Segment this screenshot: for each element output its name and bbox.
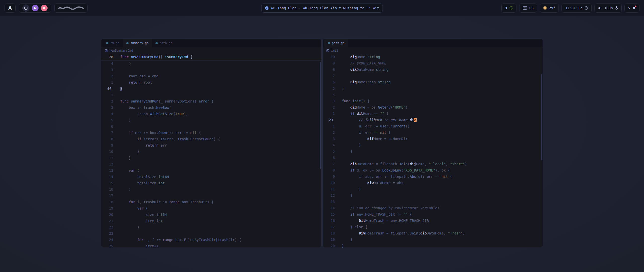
- code-line[interactable]: 17 } else {: [323, 224, 543, 230]
- code-area[interactable]: 10 digHome string9 // $XDG_DATA_HOME8 di…: [323, 54, 543, 248]
- code-line[interactable]: 16 ): [101, 186, 321, 193]
- code-line[interactable]: 10 }: [101, 149, 321, 155]
- code-line[interactable]: 18 for i, trashDir := range box.TrashDir…: [101, 199, 321, 205]
- line-number: 13: [323, 199, 342, 205]
- code-line[interactable]: 16 DitHomeTrash = env.HOME_TRASH_DIR: [323, 218, 543, 224]
- launcher-button[interactable]: A: [5, 4, 16, 13]
- code-line[interactable]: 8 if d, ok := os.LookupEnv("XDG_DATA_HOM…: [323, 167, 543, 174]
- notifications-widget[interactable]: 5: [624, 4, 639, 13]
- code-line[interactable]: 15 totalItem int: [101, 180, 321, 186]
- code-line[interactable]: 11 }: [101, 155, 321, 161]
- code-text: }: [342, 186, 361, 192]
- active-window-title[interactable]: [54, 4, 88, 13]
- code-line[interactable]: 2 root.cmd = cmd: [101, 73, 321, 79]
- code-line[interactable]: 6: [323, 155, 543, 161]
- clock-widget[interactable]: 12:31:12: [561, 4, 591, 13]
- code-text: func init() {: [342, 98, 370, 104]
- n-letter-icon: N: [34, 6, 37, 10]
- code-line[interactable]: 3: [101, 67, 321, 73]
- code-line[interactable]: 7 if err := box.Open(); err != nil {: [101, 130, 321, 136]
- code-line[interactable]: 3func init() {: [323, 98, 543, 104]
- code-line[interactable]: 14 // Can be changed by environment vari…: [323, 205, 543, 211]
- code-line[interactable]: 23 // fallback to get home dia: [323, 117, 543, 123]
- code-line[interactable]: 20 size int64: [101, 212, 321, 218]
- code-line[interactable]: 3 box := trash.NewBox(: [101, 105, 321, 111]
- code-line[interactable]: 24 for _, f := range box.FilesByTrashDir…: [101, 237, 321, 243]
- tab-summary.go[interactable]: summary.go: [123, 39, 152, 47]
- code-line[interactable]: 4 }: [323, 142, 543, 148]
- code-line[interactable]: 10 diwDataHome = abs: [323, 180, 543, 186]
- line-number: 2: [323, 129, 342, 136]
- code-line[interactable]: 2 if err == nil {: [323, 129, 543, 136]
- code-line[interactable]: 8 if !errors.Is(err, trash.ErrNotFound) …: [101, 136, 321, 142]
- code-line[interactable]: 5 ): [101, 117, 321, 123]
- tab-path.go[interactable]: path.go: [324, 39, 348, 47]
- line-number: 9: [323, 174, 342, 180]
- code-line[interactable]: 8 dikDataHome string: [323, 66, 543, 73]
- tab-label: path.go: [332, 41, 345, 45]
- code-line[interactable]: 1: [101, 92, 321, 98]
- updates-widget[interactable]: 9: [501, 4, 516, 13]
- code-line[interactable]: 11 }: [323, 186, 543, 192]
- code-line[interactable]: 1 if dilHome == "" {: [323, 111, 543, 117]
- code-line[interactable]: 13: [323, 199, 543, 205]
- code-line[interactable]: 46}: [101, 86, 321, 92]
- workspace-icon-ring[interactable]: [22, 5, 29, 12]
- code-line[interactable]: 9 return err: [101, 142, 321, 149]
- code-line[interactable]: 5 }: [323, 148, 543, 155]
- code-line[interactable]: 9 if abs, err := filepath.Abs(d); err ==…: [323, 174, 543, 180]
- code-line[interactable]: 15 if env.HOME_TRASH_DIR != "" {: [323, 211, 543, 218]
- line-number: 6: [323, 79, 342, 85]
- code-line[interactable]: 10 digHome string: [323, 54, 543, 60]
- code-line[interactable]: 22 ): [101, 224, 321, 230]
- code-line[interactable]: 18 DiyHomeTrash = filepath.Join(dioDataH…: [323, 230, 543, 236]
- volume-widget[interactable]: 100%: [594, 4, 622, 13]
- code-line[interactable]: 23: [101, 230, 321, 237]
- code-line[interactable]: 5): [323, 85, 543, 92]
- ring-icon: [24, 6, 28, 10]
- scrollbar[interactable]: [541, 74, 542, 160]
- code-line[interactable]: 25 item++: [101, 243, 321, 248]
- keyboard-layout-widget[interactable]: US: [519, 4, 537, 13]
- tab-path.go[interactable]: path.go: [152, 39, 176, 47]
- code-text: var (: [120, 205, 148, 212]
- code-line[interactable]: 26func newSummaryCmd() *summaryCmd {: [101, 54, 321, 60]
- code-line[interactable]: 21 item int: [101, 218, 321, 224]
- scrollbar[interactable]: [320, 62, 321, 169]
- code-line[interactable]: 12: [101, 161, 321, 167]
- code-line[interactable]: 3 difHome = u.HomeDir: [323, 136, 543, 142]
- workspace-icon-pink[interactable]: [41, 5, 48, 11]
- code-line[interactable]: 2func summaryCmdRun(_ summaryOptions) er…: [101, 98, 321, 105]
- breadcrumb-label: init: [331, 49, 338, 52]
- code-line[interactable]: 2 didHome = os.Getenv("HOME"): [323, 104, 543, 111]
- line-number: 11: [101, 155, 120, 161]
- code-line[interactable]: 7: [323, 73, 543, 79]
- code-text: return err: [120, 142, 167, 149]
- code-line[interactable]: 1 return root: [101, 79, 321, 86]
- code-text: u, err := user.Current(): [342, 123, 410, 129]
- workspace-icon-n[interactable]: N: [32, 5, 38, 11]
- code-line[interactable]: 19 }: [323, 236, 543, 243]
- code-line[interactable]: 6 DigHomeTrash string: [323, 79, 543, 85]
- code-line[interactable]: 12 }: [323, 192, 543, 199]
- editor-window-right: path.go init 10 digHome string9 // $XDG_…: [323, 39, 543, 248]
- code-line[interactable]: 9 // $XDG_DATA_HOME: [323, 60, 543, 66]
- workspace-switcher[interactable]: N: [19, 4, 51, 13]
- code-line[interactable]: 4: [323, 92, 543, 98]
- line-number: 5: [323, 148, 342, 155]
- weather-widget[interactable]: 29°: [540, 4, 559, 13]
- code-line[interactable]: 6: [101, 123, 321, 130]
- code-line[interactable]: 14 totalSize int64: [101, 174, 321, 180]
- code-line[interactable]: 7 dihDataHome = filepath.Join(dijHome, "…: [323, 161, 543, 167]
- now-playing-widget[interactable]: Wu-Tang Clan - Wu-Tang Clan Ain't Nuthin…: [261, 4, 383, 13]
- code-line[interactable]: 1 u, err := user.Current(): [323, 123, 543, 129]
- code-line[interactable]: 17: [101, 193, 321, 199]
- code-line[interactable]: 13 var (: [101, 167, 321, 174]
- code-line[interactable]: 4 trash.WithGetSize(true),: [101, 111, 321, 117]
- code-area[interactable]: 4 }32 root.cmd = cmd1 return root46}12fu…: [101, 60, 321, 248]
- code-line[interactable]: 4 }: [101, 60, 321, 67]
- code-line[interactable]: 19 var (: [101, 205, 321, 212]
- line-number: 7: [323, 161, 342, 167]
- tab-rm.go[interactable]: rm.go: [103, 39, 123, 47]
- code-line[interactable]: 20}: [323, 243, 543, 248]
